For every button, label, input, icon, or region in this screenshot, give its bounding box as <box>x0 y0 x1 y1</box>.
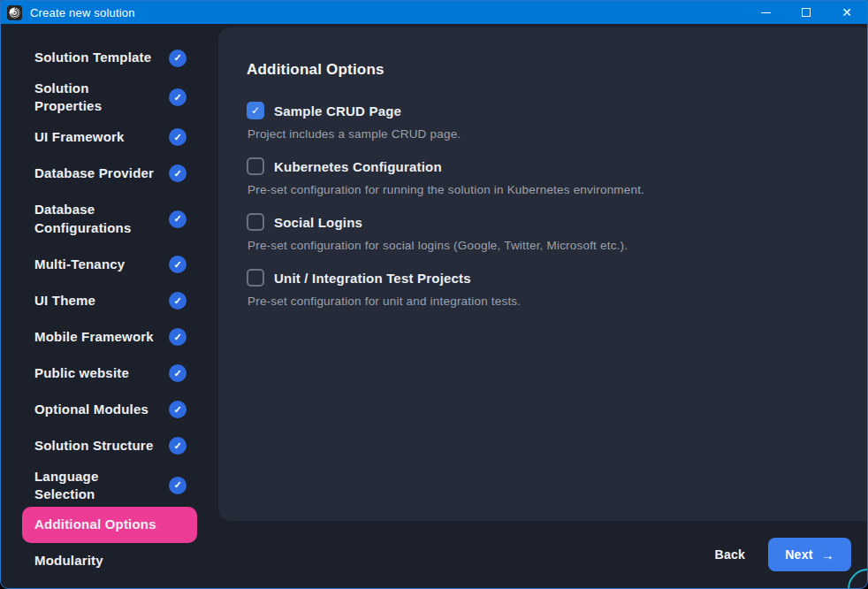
next-button[interactable]: Next → <box>768 538 851 571</box>
sidebar-item-database-configurations[interactable]: Database Configurations✓ <box>22 192 197 247</box>
step-completed-check-icon: ✓ <box>169 328 187 346</box>
sidebar-item-solution-structure[interactable]: Solution Structure✓ <box>22 428 197 464</box>
sidebar-item-language-selection[interactable]: Language Selection✓ <box>22 464 197 508</box>
abp-suite-logo-icon <box>7 5 22 20</box>
sidebar-item-label: Solution Properties <box>34 80 160 116</box>
minimize-icon <box>761 12 771 13</box>
option-label-row: ✓Sample CRUD Page <box>247 102 839 119</box>
step-completed-check-icon: ✓ <box>169 256 187 273</box>
sidebar-item-label: UI Framework <box>34 128 125 146</box>
option-description: Pre-set configuration for social logins … <box>247 239 839 252</box>
step-completed-check-icon: ✓ <box>169 88 187 106</box>
sidebar-item-database-provider[interactable]: Database Provider✓ <box>22 156 197 192</box>
option-row: Kubernetes ConfigurationPre-set configur… <box>247 157 839 196</box>
next-button-label: Next <box>785 547 813 562</box>
option-label[interactable]: Social Logins <box>274 215 362 230</box>
sidebar-item-label: UI Theme <box>34 292 95 310</box>
option-label[interactable]: Kubernetes Configuration <box>274 159 442 174</box>
step-completed-check-icon: ✓ <box>169 364 187 382</box>
step-completed-check-icon: ✓ <box>169 128 187 146</box>
close-button[interactable]: ✕ <box>826 1 867 24</box>
maximize-button[interactable] <box>786 1 826 24</box>
sidebar-list: Solution Template✓Solution Properties✓UI… <box>22 40 197 579</box>
option-row: Social LoginsPre-set configuration for s… <box>247 213 839 252</box>
checkbox-social-logins[interactable] <box>247 213 264 231</box>
sidebar-item-optional-modules[interactable]: Optional Modules✓ <box>22 392 197 428</box>
step-completed-check-icon: ✓ <box>169 164 187 182</box>
sidebar-item-multi-tenancy[interactable]: Multi-Tenancy✓ <box>22 247 197 283</box>
back-button[interactable]: Back <box>714 547 745 562</box>
option-label[interactable]: Sample CRUD Page <box>274 103 401 119</box>
step-completed-check-icon: ✓ <box>169 50 187 67</box>
option-label-row: Kubernetes Configuration <box>247 157 839 175</box>
minimize-button[interactable] <box>745 1 786 24</box>
option-row: ✓Sample CRUD PageProject includes a samp… <box>247 102 839 141</box>
sidebar-item-solution-template[interactable]: Solution Template✓ <box>22 40 197 76</box>
close-icon: ✕ <box>841 6 852 19</box>
arrow-right-icon: → <box>821 548 834 562</box>
maximize-icon <box>802 8 811 17</box>
sidebar-item-mobile-framework[interactable]: Mobile Framework✓ <box>22 319 197 356</box>
sidebar-item-label: Multi-Tenancy <box>34 256 125 273</box>
checkbox-sample-crud-page[interactable]: ✓ <box>247 102 264 119</box>
wizard-steps-sidebar: Solution Template✓Solution Properties✓UI… <box>1 24 217 588</box>
titlebar: Create new solution ✕ <box>1 1 867 24</box>
option-label[interactable]: Unit / Integration Test Projects <box>274 271 471 286</box>
sidebar-item-ui-theme[interactable]: UI Theme✓ <box>22 283 197 319</box>
checkbox-kubernetes-configuration[interactable] <box>247 157 264 175</box>
sidebar-item-solution-properties[interactable]: Solution Properties✓ <box>22 76 197 119</box>
sidebar-item-label: Public website <box>34 364 129 382</box>
option-row: Unit / Integration Test ProjectsPre-set … <box>247 269 839 308</box>
wizard-footer: Back Next → <box>1 521 867 588</box>
create-new-solution-window: Create new solution ✕ Solution Template✓… <box>0 0 868 589</box>
sidebar-item-label: Mobile Framework <box>34 328 154 346</box>
sidebar-item-public-website[interactable]: Public website✓ <box>22 356 197 392</box>
sidebar-item-label: Database Configurations <box>34 201 160 237</box>
checkbox-unit-integration-test-projects[interactable] <box>247 269 264 287</box>
sidebar-item-label: Optional Modules <box>34 401 148 418</box>
option-description: Pre-set configuration for unit and integ… <box>247 294 839 308</box>
option-label-row: Social Logins <box>247 213 839 231</box>
sidebar-item-label: Database Provider <box>34 164 154 182</box>
page-title: Additional Options <box>247 61 839 79</box>
window-title: Create new solution <box>30 6 135 19</box>
step-completed-check-icon: ✓ <box>169 401 187 418</box>
step-completed-check-icon: ✓ <box>169 210 187 228</box>
sidebar-item-ui-framework[interactable]: UI Framework✓ <box>22 119 197 156</box>
option-description: Project includes a sample CRUD page. <box>247 127 839 141</box>
sidebar-item-label: Solution Template <box>34 49 151 66</box>
step-completed-check-icon: ✓ <box>169 437 187 455</box>
step-completed-check-icon: ✓ <box>169 292 187 310</box>
sidebar-item-label: Solution Structure <box>34 437 153 455</box>
sidebar-item-label: Language Selection <box>34 468 160 504</box>
step-completed-check-icon: ✓ <box>169 477 187 494</box>
option-label-row: Unit / Integration Test Projects <box>247 269 839 287</box>
options-list: ✓Sample CRUD PageProject includes a samp… <box>247 102 839 308</box>
option-description: Pre-set configuration for running the so… <box>247 183 839 196</box>
additional-options-panel: Additional Options ✓Sample CRUD PageProj… <box>218 27 867 521</box>
